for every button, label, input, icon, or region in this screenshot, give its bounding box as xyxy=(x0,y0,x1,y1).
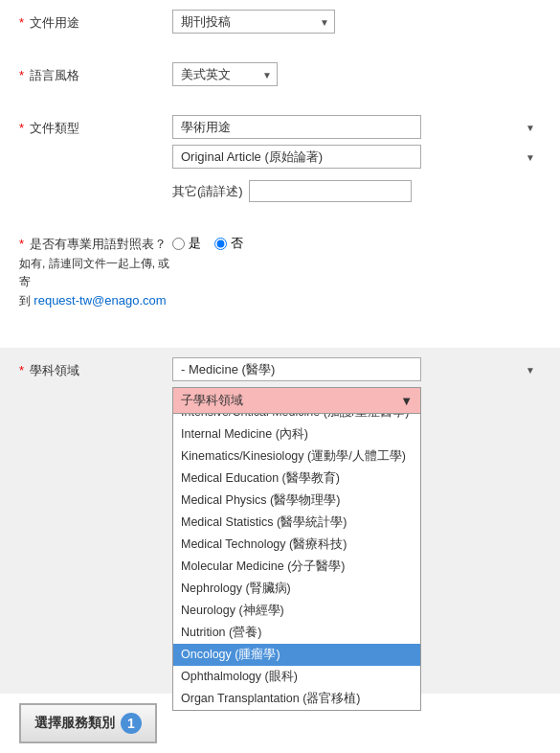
back-button-number: 1 xyxy=(121,713,142,734)
glossary-no-radio[interactable] xyxy=(214,238,227,250)
article-select-wrapper: Original Article (原始論著) Review Article C… xyxy=(172,145,541,169)
article-select-arrow: ▼ xyxy=(526,151,535,162)
back-button[interactable]: 選擇服務類別 1 xyxy=(19,703,157,743)
academic-select[interactable]: 學術用途 商業用途 xyxy=(172,115,421,139)
other-row: 其它(請詳述) xyxy=(172,180,541,202)
dropdown-item-molecular[interactable]: Molecular Medicine (分子醫學) xyxy=(173,556,420,578)
purpose-select-wrapper: 期刊投稿 學術報告 其他 ▼ xyxy=(172,10,335,34)
dropdown-item-oncology[interactable]: Oncology (腫瘤學) xyxy=(173,644,420,666)
purpose-field: 期刊投稿 學術報告 其他 ▼ xyxy=(172,10,541,34)
lang-required: * xyxy=(19,68,24,82)
glossary-note2: 到 xyxy=(19,294,34,308)
glossary-radio-group: 是 否 xyxy=(172,231,541,252)
subject-required: * xyxy=(19,363,24,377)
glossary-no-text: 否 xyxy=(231,235,243,252)
dropdown-item-medstats[interactable]: Medical Statistics (醫學統計學) xyxy=(173,512,420,534)
purpose-required: * xyxy=(19,15,24,30)
subfield-selected-bar[interactable]: 子學科領域 ▼ xyxy=(172,387,421,414)
lang-select[interactable]: 美式英文 英式英文 xyxy=(172,62,278,86)
dropdown-item-ophthalmology[interactable]: Ophthalmology (眼科) xyxy=(173,666,420,688)
glossary-field: 是 否 xyxy=(172,231,541,252)
medicine-select[interactable]: - Medicine (醫學) - Science - Engineering xyxy=(172,357,421,381)
dropdown-item-mededucation[interactable]: Medical Education (醫學教育) xyxy=(173,468,420,490)
main-content: * 文件用途 期刊投稿 學術報告 其他 ▼ * 語言風格 美式英文 英式 xyxy=(0,0,560,348)
doctype-row: * 文件類型 學術用途 商業用途 ▼ Original Article (原始論… xyxy=(19,115,541,212)
doctype-label: * 文件類型 xyxy=(19,115,172,138)
dropdown-item-neurology[interactable]: Neurology (神經學) xyxy=(173,600,420,622)
dropdown-item-organ[interactable]: Organ Transplantation (器官移植) xyxy=(173,688,420,710)
glossary-yes-radio[interactable] xyxy=(172,238,185,250)
lang-select-wrapper: 美式英文 英式英文 ▼ xyxy=(172,62,278,86)
glossary-note1: 如有, 請連同文件一起上傳, 或寄 xyxy=(19,257,169,289)
medicine-select-arrow: ▼ xyxy=(526,364,535,375)
dropdown-item-nephrology[interactable]: Nephrology (腎臟病) xyxy=(173,578,420,600)
glossary-row: * 是否有專業用語對照表？ 如有, 請連同文件一起上傳, 或寄 到 reques… xyxy=(19,231,541,319)
subfield-selected-text: 子學科領域 xyxy=(181,392,243,409)
subfield-dropdown-list[interactable]: Geriatrics & Gerontology (老年醫學)Hematolog… xyxy=(172,414,421,711)
back-button-label: 選擇服務類別 xyxy=(34,715,115,732)
doctype-field: 學術用途 商業用途 ▼ Original Article (原始論著) Revi… xyxy=(172,115,541,202)
subject-row: * 學科領域 - Medicine (醫學) - Science - Engin… xyxy=(0,348,560,387)
glossary-required: * xyxy=(19,237,24,251)
subject-label: * 學科領域 xyxy=(19,357,172,380)
lang-label: * 語言風格 xyxy=(19,62,172,85)
glossary-yes-label[interactable]: 是 xyxy=(172,235,201,252)
lang-row: * 語言風格 美式英文 英式英文 ▼ xyxy=(19,62,541,96)
subject-field: - Medicine (醫學) - Science - Engineering … xyxy=(172,357,541,387)
subfield-dropdown-wrapper: 子學科領域 ▼ Geriatrics & Gerontology (老年醫學)H… xyxy=(172,387,421,711)
doctype-required: * xyxy=(19,121,24,135)
glossary-email-link[interactable]: request-tw@enago.com xyxy=(34,293,166,308)
subfield-arrow-icon: ▼ xyxy=(400,394,413,408)
article-select[interactable]: Original Article (原始論著) Review Article C… xyxy=(172,145,421,169)
other-input[interactable] xyxy=(249,180,412,202)
academic-select-wrapper: 學術用途 商業用途 ▼ xyxy=(172,115,541,139)
dropdown-item-kinematics[interactable]: Kinematics/Kinesiology (運動學/人體工學) xyxy=(173,445,420,468)
dropdown-item-nutrition[interactable]: Nutrition (營養) xyxy=(173,622,420,644)
dropdown-item-medtech[interactable]: Medical Technology (醫療科技) xyxy=(173,534,420,556)
dropdown-item-intensive[interactable]: Intensive/Critical Medicine (加護/重症醫學) xyxy=(173,414,420,423)
other-label: 其它(請詳述) xyxy=(172,183,243,200)
glossary-no-label[interactable]: 否 xyxy=(214,235,243,252)
medicine-select-wrapper: - Medicine (醫學) - Science - Engineering … xyxy=(172,357,541,381)
dropdown-item-medphysics[interactable]: Medical Physics (醫學物理學) xyxy=(173,490,420,512)
glossary-label: * 是否有專業用語對照表？ 如有, 請連同文件一起上傳, 或寄 到 reques… xyxy=(19,231,172,309)
dropdown-item-internal[interactable]: Internal Medicine (內科) xyxy=(173,423,420,445)
lang-field: 美式英文 英式英文 ▼ xyxy=(172,62,541,86)
purpose-row: * 文件用途 期刊投稿 學術報告 其他 ▼ xyxy=(19,10,541,43)
academic-select-arrow: ▼ xyxy=(526,122,535,132)
purpose-select[interactable]: 期刊投稿 學術報告 其他 xyxy=(172,10,335,34)
purpose-label: * 文件用途 xyxy=(19,10,172,33)
glossary-yes-text: 是 xyxy=(189,235,201,252)
doctype-stacked: 學術用途 商業用途 ▼ Original Article (原始論著) Revi… xyxy=(172,115,541,202)
